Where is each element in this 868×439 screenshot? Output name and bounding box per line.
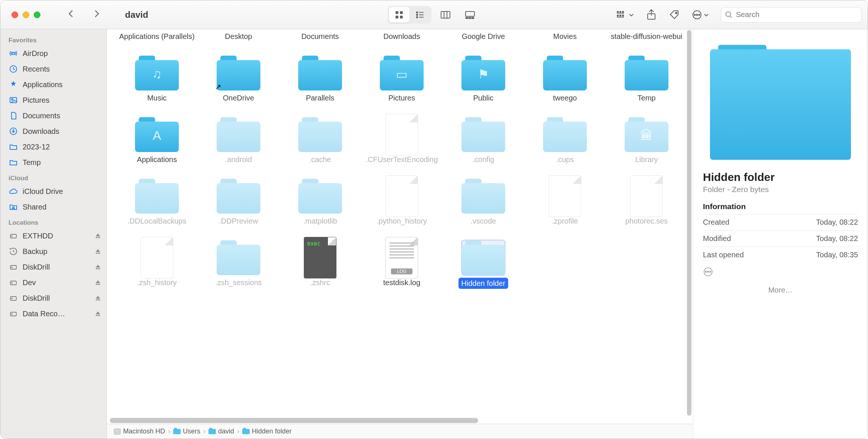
grid-item[interactable]: .DDLocalBackups	[118, 176, 196, 226]
item-icon	[543, 117, 587, 152]
eject-icon[interactable]	[95, 264, 101, 270]
grid-item-label-only[interactable]: Documents	[281, 29, 359, 41]
path-segment[interactable]: Hidden folder	[242, 428, 292, 435]
sidebar-item[interactable]: DiskDrill	[3, 259, 106, 275]
sidebar-item[interactable]: Shared	[3, 199, 106, 215]
grid-item[interactable]: .android	[200, 115, 277, 164]
sidebar-item[interactable]: Dev	[3, 275, 106, 290]
grid-item[interactable]: Parallels	[281, 53, 359, 103]
path-segment[interactable]: david	[208, 428, 234, 435]
grid-item[interactable]: ▭Pictures	[363, 53, 441, 103]
info-value: Today, 08:22	[816, 218, 858, 227]
grid-item[interactable]: AApplications	[118, 115, 196, 164]
grid-item[interactable]: photorec.ses	[608, 176, 685, 226]
svg-rect-1	[400, 11, 403, 14]
sidebar-item[interactable]: Data Reco…	[3, 306, 106, 321]
sidebar-item[interactable]: AirDrop	[3, 46, 106, 61]
grid-item-label-only[interactable]: Applications (Parallels)	[118, 29, 196, 41]
grid-item-label-only[interactable]: Google Drive	[444, 29, 522, 41]
grid-item[interactable]: .cache	[281, 115, 359, 164]
item-icon	[217, 178, 260, 214]
fullscreen-window-button[interactable]	[34, 11, 40, 18]
list-view-button[interactable]	[410, 7, 430, 23]
grid-item[interactable]: tweego	[526, 53, 604, 103]
grid-item[interactable]: .matplotlib	[281, 176, 359, 226]
svg-rect-55	[96, 315, 100, 316]
item-icon: ⚑	[461, 55, 505, 91]
svg-point-57	[705, 271, 706, 272]
sidebar-item[interactable]: 2023-12	[3, 139, 106, 155]
grid-item[interactable]: ⚑Public	[444, 53, 522, 103]
eject-icon[interactable]	[95, 295, 101, 301]
grid-item[interactable]: 🏛Library	[608, 115, 685, 164]
sidebar-item[interactable]: Pictures	[3, 92, 106, 108]
sidebar-item[interactable]: Applications	[3, 77, 106, 92]
grid-item[interactable]: exec.zshrc	[281, 238, 359, 289]
back-button[interactable]	[66, 9, 78, 21]
grid-item-label-only[interactable]: stable-diffusion-webui	[608, 29, 685, 41]
grid-item[interactable]: .python_history	[363, 176, 441, 226]
info-value: Today, 08:35	[816, 251, 858, 259]
grid-item[interactable]: .CFUserTextEncoding	[363, 115, 441, 164]
grid-item[interactable]: .config	[444, 115, 522, 164]
grid-item[interactable]: ♫Music	[118, 53, 196, 103]
grid-item[interactable]: ↗OneDrive	[200, 53, 277, 103]
sidebar-item[interactable]: Documents	[3, 108, 106, 123]
sidebar-item[interactable]: iCloud Drive	[3, 184, 106, 199]
svg-point-26	[675, 12, 677, 14]
sidebar-item-label: Applications	[23, 80, 63, 89]
sidebar-item[interactable]: Downloads	[3, 123, 106, 139]
svg-point-58	[707, 271, 708, 272]
grid-item[interactable]: .zsh_history	[118, 238, 196, 289]
grid-item[interactable]: .zprofile	[526, 176, 604, 226]
path-segment[interactable]: Macintosh HD	[114, 428, 165, 435]
eject-icon[interactable]	[95, 232, 101, 239]
item-icon: ♫	[135, 55, 179, 91]
close-window-button[interactable]	[11, 11, 18, 18]
grid-item-label-only[interactable]: Downloads	[363, 29, 441, 41]
column-view-button[interactable]	[435, 7, 456, 23]
search-input[interactable]	[736, 10, 858, 19]
sidebar-item[interactable]: Backup	[3, 244, 106, 259]
forward-button[interactable]	[92, 9, 103, 21]
svg-rect-35	[10, 98, 17, 103]
sidebar-item-label: Documents	[23, 112, 60, 120]
search-field[interactable]	[721, 7, 862, 23]
share-button[interactable]	[646, 9, 657, 20]
sidebar-item[interactable]: EXTHDD	[3, 228, 106, 244]
minimize-window-button[interactable]	[23, 11, 29, 18]
file-grid[interactable]: Applications (Parallels)DesktopDocuments…	[107, 29, 693, 424]
icon-view-button[interactable]	[389, 7, 410, 23]
grid-item[interactable]: Temp	[608, 53, 685, 103]
vertical-scrollbar[interactable]	[686, 30, 692, 416]
sidebar-item[interactable]: Temp	[3, 155, 106, 170]
grid-item[interactable]: .DDPreview	[200, 176, 277, 226]
path-segment[interactable]: Users	[173, 428, 200, 435]
eject-icon[interactable]	[95, 310, 101, 317]
grid-item[interactable]: .vscode	[444, 176, 522, 226]
more-options-icon[interactable]	[703, 267, 858, 277]
more-button[interactable]: More…	[703, 286, 858, 294]
grid-item-label-only[interactable]: Movies	[526, 29, 604, 41]
group-by-button[interactable]	[616, 9, 634, 20]
grid-item[interactable]: .cups	[526, 115, 604, 164]
window-controls	[11, 11, 40, 18]
grid-item-label: .cache	[309, 155, 331, 164]
sidebar-item-label: EXTHDD	[23, 232, 53, 240]
action-menu-button[interactable]	[692, 10, 709, 20]
gallery-view-button[interactable]	[460, 7, 480, 23]
grid-item[interactable]: .zsh_sessions	[200, 238, 277, 289]
sidebar-item-label: DiskDrill	[23, 263, 50, 271]
eject-icon[interactable]	[95, 248, 101, 255]
horizontal-scrollbar[interactable]	[108, 417, 692, 424]
grid-item[interactable]: LOGtestdisk.log	[363, 238, 441, 289]
svg-rect-46	[96, 268, 100, 269]
grid-item[interactable]: Hidden folder	[444, 238, 522, 289]
item-icon	[461, 117, 505, 152]
svg-rect-23	[617, 13, 624, 14]
sidebar-item[interactable]: DiskDrill	[3, 290, 106, 306]
sidebar-item[interactable]: Recents	[3, 61, 106, 77]
grid-item-label-only[interactable]: Desktop	[200, 29, 277, 41]
eject-icon[interactable]	[95, 279, 101, 286]
tags-button[interactable]	[669, 9, 680, 20]
